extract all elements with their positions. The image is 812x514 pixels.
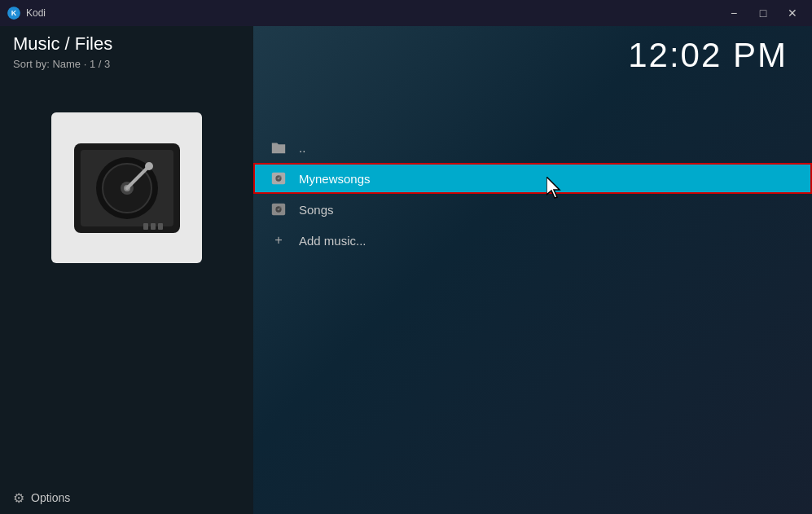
titlebar-left: K Kodi <box>7 6 46 20</box>
left-panel: Music / Files Sort by: Name · 1 / 3 <box>0 26 253 514</box>
svg-rect-11 <box>151 223 156 230</box>
mynewsongs-label: Mynewsongs <box>299 172 371 186</box>
sort-info: Sort by: Name · 1 / 3 <box>13 58 240 70</box>
folder-icon <box>270 138 287 156</box>
kodi-logo-icon: K <box>7 6 21 20</box>
titlebar: K Kodi − □ ✕ <box>0 0 812 26</box>
minimize-button[interactable]: − <box>721 5 747 21</box>
options-icon: ⚙ <box>13 490 24 506</box>
svg-text:K: K <box>11 9 17 17</box>
list-item[interactable]: + Add music... <box>253 225 812 256</box>
svg-point-9 <box>145 162 153 170</box>
main-layout: Music / Files Sort by: Name · 1 / 3 <box>0 26 812 514</box>
songs-label: Songs <box>299 203 334 217</box>
hard-drive-icon <box>66 127 188 249</box>
drive-songs-icon <box>270 200 287 218</box>
svg-rect-10 <box>143 223 148 230</box>
svg-rect-12 <box>158 223 163 230</box>
header-info: Music / Files Sort by: Name · 1 / 3 <box>0 26 253 73</box>
list-item[interactable]: Mynewsongs <box>253 163 812 194</box>
page-title: Music / Files <box>13 33 240 56</box>
drive-thumbnail <box>51 112 202 263</box>
clock: 12:02 PM <box>628 36 788 75</box>
svg-text:+: + <box>274 232 283 247</box>
close-button[interactable]: ✕ <box>779 5 805 21</box>
list-item[interactable]: Songs <box>253 194 812 225</box>
maximize-button[interactable]: □ <box>750 5 776 21</box>
options-label: Options <box>31 491 70 504</box>
file-list: .. Mynewsongs <box>253 132 812 256</box>
options-bar[interactable]: ⚙ Options <box>0 481 253 514</box>
titlebar-app-name: Kodi <box>26 7 46 19</box>
right-panel: 12:02 PM .. <box>253 26 812 514</box>
titlebar-controls: − □ ✕ <box>721 5 805 21</box>
list-item[interactable]: .. <box>253 132 812 163</box>
add-music-label: Add music... <box>299 234 366 248</box>
parent-dir-label: .. <box>299 141 305 155</box>
drive-small-icon <box>270 169 287 187</box>
add-icon: + <box>270 231 287 249</box>
